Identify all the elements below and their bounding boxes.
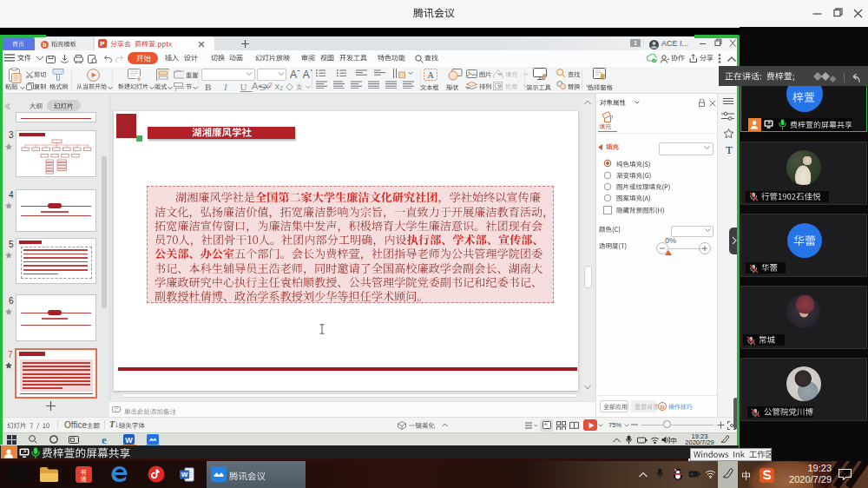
svg-text:b: b	[43, 42, 46, 48]
svg-text:D: D	[660, 404, 664, 411]
svg-text:有: 有	[81, 469, 87, 475]
svg-text:P: P	[100, 40, 105, 48]
svg-text:道: 道	[81, 476, 87, 482]
svg-text:W: W	[125, 436, 133, 445]
svg-text:A: A	[427, 70, 434, 80]
svg-text:e: e	[102, 434, 107, 445]
svg-text:W: W	[181, 471, 188, 478]
